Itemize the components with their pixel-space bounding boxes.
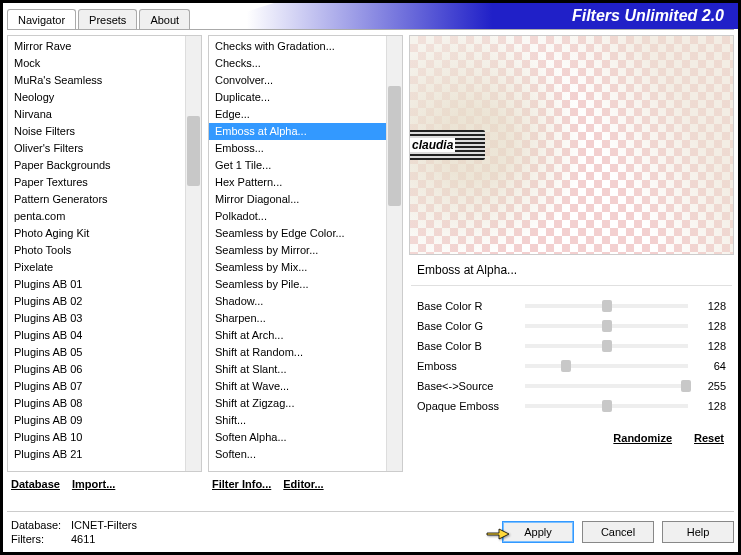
- list-item[interactable]: Mirror Diagonal...: [209, 191, 386, 208]
- scrollbar[interactable]: [386, 36, 402, 471]
- param-value: 128: [696, 340, 726, 352]
- param-label: Emboss: [417, 360, 517, 372]
- list-item[interactable]: Paper Backgrounds: [8, 157, 185, 174]
- scrollbar[interactable]: [185, 36, 201, 471]
- list-item[interactable]: Get 1 Tile...: [209, 157, 386, 174]
- list-item[interactable]: Paper Textures: [8, 174, 185, 191]
- param-slider[interactable]: [525, 304, 688, 308]
- param-value: 128: [696, 300, 726, 312]
- list-item[interactable]: Emboss at Alpha...: [209, 123, 386, 140]
- list-item[interactable]: Sharpen...: [209, 310, 386, 327]
- list-item[interactable]: Edge...: [209, 106, 386, 123]
- param-value: 128: [696, 320, 726, 332]
- parameters: Base Color R128Base Color G128Base Color…: [409, 294, 734, 418]
- list-item[interactable]: penta.com: [8, 208, 185, 225]
- list-item[interactable]: Shadow...: [209, 293, 386, 310]
- tabs: Navigator Presets About: [3, 3, 192, 29]
- tab-presets[interactable]: Presets: [78, 9, 137, 29]
- cancel-button[interactable]: Cancel: [582, 521, 654, 543]
- list-item[interactable]: Plugins AB 04: [8, 327, 185, 344]
- param-slider[interactable]: [525, 364, 688, 368]
- list-item[interactable]: Shift at Slant...: [209, 361, 386, 378]
- param-row: Base<->Source255: [417, 376, 726, 396]
- database-button[interactable]: Database: [11, 478, 60, 490]
- tab-navigator[interactable]: Navigator: [7, 9, 76, 29]
- param-row: Base Color B128: [417, 336, 726, 356]
- param-label: Base Color B: [417, 340, 517, 352]
- list-item[interactable]: Shift...: [209, 412, 386, 429]
- list-item[interactable]: Mock: [8, 55, 185, 72]
- content: Mirror RaveMockMuRa's SeamlessNeologyNir…: [7, 29, 734, 492]
- param-value: 255: [696, 380, 726, 392]
- list-item[interactable]: Mirror Rave: [8, 38, 185, 55]
- list-item[interactable]: Plugins AB 07: [8, 378, 185, 395]
- list-item[interactable]: Seamless by Edge Color...: [209, 225, 386, 242]
- list-item[interactable]: Plugins AB 21: [8, 446, 185, 463]
- category-column: Mirror RaveMockMuRa's SeamlessNeologyNir…: [7, 35, 202, 492]
- list-item[interactable]: Plugins AB 06: [8, 361, 185, 378]
- filter-info-button[interactable]: Filter Info...: [212, 478, 271, 490]
- footer-info: Database:ICNET-Filters Filters:4611: [7, 518, 494, 546]
- list-item[interactable]: Checks...: [209, 55, 386, 72]
- list-item[interactable]: Oliver's Filters: [8, 140, 185, 157]
- param-slider[interactable]: [525, 404, 688, 408]
- list-item[interactable]: Shift at Random...: [209, 344, 386, 361]
- list-item[interactable]: Shift at Wave...: [209, 378, 386, 395]
- preview-image: claudia: [409, 35, 734, 255]
- list-item[interactable]: Pixelate: [8, 259, 185, 276]
- list-item[interactable]: Duplicate...: [209, 89, 386, 106]
- list-item[interactable]: Plugins AB 02: [8, 293, 185, 310]
- list-item[interactable]: Soften...: [209, 446, 386, 463]
- filter-list[interactable]: Checks with Gradation...Checks...Convolv…: [208, 35, 403, 472]
- category-list[interactable]: Mirror RaveMockMuRa's SeamlessNeologyNir…: [7, 35, 202, 472]
- hand-pointer-icon: [485, 524, 511, 542]
- app-frame: Navigator Presets About Filters Unlimite…: [0, 0, 741, 555]
- list-item[interactable]: Seamless by Pile...: [209, 276, 386, 293]
- list-item[interactable]: Hex Pattern...: [209, 174, 386, 191]
- list-item[interactable]: Nirvana: [8, 106, 185, 123]
- list-item[interactable]: Seamless by Mirror...: [209, 242, 386, 259]
- reset-button[interactable]: Reset: [694, 432, 724, 444]
- list-item[interactable]: Emboss...: [209, 140, 386, 157]
- param-row: Emboss64: [417, 356, 726, 376]
- tab-about[interactable]: About: [139, 9, 190, 29]
- param-slider[interactable]: [525, 324, 688, 328]
- list-item[interactable]: Plugins AB 08: [8, 395, 185, 412]
- list-item[interactable]: Checks with Gradation...: [209, 38, 386, 55]
- list-item[interactable]: Plugins AB 01: [8, 276, 185, 293]
- list-item[interactable]: Plugins AB 10: [8, 429, 185, 446]
- watermark: claudia: [409, 130, 485, 160]
- param-row: Base Color R128: [417, 296, 726, 316]
- list-item[interactable]: Pattern Generators: [8, 191, 185, 208]
- list-item[interactable]: Photo Tools: [8, 242, 185, 259]
- param-label: Base Color R: [417, 300, 517, 312]
- header: Navigator Presets About Filters Unlimite…: [3, 3, 738, 29]
- list-item[interactable]: Soften Alpha...: [209, 429, 386, 446]
- param-value: 128: [696, 400, 726, 412]
- help-button[interactable]: Help: [662, 521, 734, 543]
- apply-button[interactable]: Apply: [502, 521, 574, 543]
- list-item[interactable]: Noise Filters: [8, 123, 185, 140]
- footer: Database:ICNET-Filters Filters:4611 Appl…: [7, 511, 734, 546]
- list-item[interactable]: Plugins AB 03: [8, 310, 185, 327]
- list-item[interactable]: Photo Aging Kit: [8, 225, 185, 242]
- editor-button[interactable]: Editor...: [283, 478, 323, 490]
- list-item[interactable]: Neology: [8, 89, 185, 106]
- list-item[interactable]: Shift at Zigzag...: [209, 395, 386, 412]
- param-slider[interactable]: [525, 384, 688, 388]
- param-label: Opaque Emboss: [417, 400, 517, 412]
- param-slider[interactable]: [525, 344, 688, 348]
- preview-column: claudia Emboss at Alpha... Base Color R1…: [409, 35, 734, 492]
- filter-name-label: Emboss at Alpha...: [409, 259, 734, 281]
- list-item[interactable]: Polkadot...: [209, 208, 386, 225]
- title-bar: Filters Unlimited 2.0: [192, 3, 738, 29]
- list-item[interactable]: Plugins AB 05: [8, 344, 185, 361]
- list-item[interactable]: Plugins AB 09: [8, 412, 185, 429]
- list-item[interactable]: MuRa's Seamless: [8, 72, 185, 89]
- import-button[interactable]: Import...: [72, 478, 115, 490]
- list-item[interactable]: Convolver...: [209, 72, 386, 89]
- list-item[interactable]: Shift at Arch...: [209, 327, 386, 344]
- randomize-button[interactable]: Randomize: [613, 432, 672, 444]
- list-item[interactable]: Seamless by Mix...: [209, 259, 386, 276]
- param-label: Base Color G: [417, 320, 517, 332]
